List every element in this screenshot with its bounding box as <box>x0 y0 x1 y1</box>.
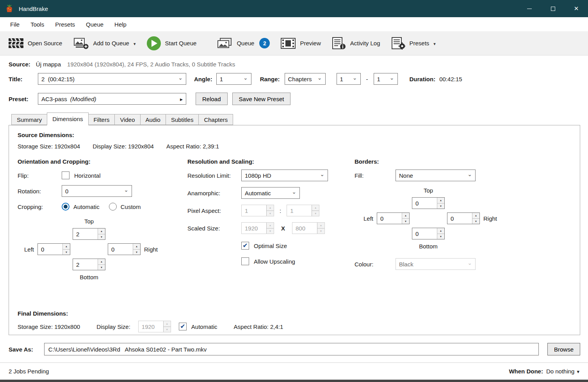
menu-file[interactable]: File <box>5 17 25 31</box>
menu-queue[interactable]: Queue <box>80 17 109 31</box>
menu-presets[interactable]: Presets <box>50 17 80 31</box>
angle-select[interactable]: 1 <box>216 73 251 85</box>
menu-help[interactable]: Help <box>109 17 132 31</box>
increment-icon[interactable] <box>437 198 444 203</box>
allow-upscaling-row: Allow Upscaling <box>241 255 355 267</box>
scaled-size-row: Scaled Size: 1920 X 800 <box>187 222 355 234</box>
range-start-select[interactable]: 1 <box>337 73 361 85</box>
increment-icon[interactable] <box>402 213 409 218</box>
activity-log-button[interactable]: Activity Log <box>326 33 386 54</box>
cropping-automatic-label: Automatic <box>73 203 100 210</box>
resolution-limit-select[interactable]: 1080p HD <box>241 170 328 181</box>
border-bottom-stepper[interactable]: 0 <box>412 228 445 239</box>
flip-horizontal-checkbox[interactable] <box>62 171 69 179</box>
start-queue-label: Start Queue <box>165 40 197 46</box>
tab-audio[interactable]: Audio <box>140 114 166 125</box>
chevron-down-icon <box>433 40 436 46</box>
decrement-icon[interactable] <box>164 327 171 332</box>
rotation-select[interactable]: 0 <box>62 185 132 197</box>
scaled-height-stepper[interactable]: 800 <box>292 222 325 234</box>
crop-left-stepper[interactable]: 0 <box>37 243 70 255</box>
decrement-icon[interactable] <box>133 249 140 255</box>
display-size-stepper[interactable]: 1920 <box>138 321 171 332</box>
reload-button[interactable]: Reload <box>196 93 228 105</box>
chevron-down-icon <box>124 191 128 191</box>
tab-dimensions[interactable]: Dimensions <box>47 112 88 125</box>
automatic-final-label: Automatic <box>191 323 217 330</box>
tab-subtitles[interactable]: Subtitles <box>166 114 199 125</box>
border-right-stepper[interactable]: 0 <box>447 212 480 224</box>
range-type-select[interactable]: Chapters <box>285 73 326 85</box>
source-dimensions-heading: Source Dimensions: <box>18 132 572 138</box>
decrement-icon[interactable] <box>317 228 324 234</box>
increment-icon[interactable] <box>317 223 324 228</box>
increment-icon[interactable] <box>437 228 444 234</box>
decrement-icon[interactable] <box>472 218 479 224</box>
menu-tools[interactable]: Tools <box>25 17 50 31</box>
scaled-size-label: Scaled Size: <box>187 225 241 232</box>
border-top-stepper[interactable]: 0 <box>412 197 445 209</box>
decrement-icon[interactable] <box>437 203 444 209</box>
preview-button[interactable]: Preview <box>275 33 326 54</box>
decrement-icon[interactable] <box>63 249 70 255</box>
optimal-size-checkbox[interactable] <box>241 242 249 250</box>
presets-button[interactable]: Presets <box>386 33 441 54</box>
decrement-icon[interactable] <box>267 211 274 216</box>
minimize-button[interactable] <box>518 0 541 17</box>
increment-icon[interactable] <box>164 321 171 327</box>
crop-right-stepper[interactable]: 0 <box>108 243 141 255</box>
chevron-down-icon <box>243 79 248 79</box>
open-source-button[interactable]: Open Source <box>3 33 68 54</box>
increment-icon[interactable] <box>133 244 140 249</box>
increment-icon[interactable] <box>267 205 274 211</box>
anamorphic-select[interactable]: Automatic <box>241 187 300 199</box>
pixel-aspect-y-stepper[interactable]: 1 <box>287 205 319 216</box>
start-queue-button[interactable]: Start Queue <box>141 33 202 54</box>
automatic-final-checkbox[interactable] <box>179 323 187 330</box>
decrement-icon[interactable] <box>98 234 105 240</box>
increment-icon[interactable] <box>472 213 479 218</box>
increment-icon[interactable] <box>98 228 105 234</box>
allow-upscaling-checkbox[interactable] <box>241 257 249 265</box>
window-bottom-edge <box>0 380 588 382</box>
add-to-queue-button[interactable]: Add to Queue <box>68 33 141 54</box>
border-left-stepper[interactable]: 0 <box>377 212 410 224</box>
titlebar: HandBrake <box>0 0 588 17</box>
save-as-label: Save As: <box>9 346 33 353</box>
tab-summary[interactable]: Summary <box>11 114 47 125</box>
crop-bottom-stepper[interactable]: 2 <box>73 259 105 270</box>
maximize-button[interactable] <box>541 0 565 17</box>
decrement-icon[interactable] <box>267 228 274 234</box>
when-done-select[interactable]: Do nothing <box>546 368 579 375</box>
crop-top-label: Top <box>84 218 94 225</box>
cropping-custom-radio[interactable] <box>109 203 117 211</box>
preset-select[interactable]: AC3-pass (Modified) <box>38 93 186 105</box>
queue-button[interactable]: Queue 2 <box>211 33 275 54</box>
decrement-icon[interactable] <box>312 211 319 216</box>
title-select[interactable]: 2 (00:42:15) <box>38 73 186 85</box>
increment-icon[interactable] <box>98 259 105 264</box>
pixel-aspect-x-stepper[interactable]: 1 <box>241 205 274 216</box>
tab-chapters[interactable]: Chapters <box>198 114 233 125</box>
fill-select[interactable]: None <box>396 170 476 181</box>
scaled-size-separator: X <box>281 225 285 232</box>
tab-filters[interactable]: Filters <box>88 114 115 125</box>
decrement-icon[interactable] <box>402 218 409 224</box>
crop-top-stepper[interactable]: 2 <box>73 228 105 240</box>
save-as-input[interactable] <box>44 343 539 355</box>
range-end-select[interactable]: 1 <box>374 73 398 85</box>
browse-button[interactable]: Browse <box>547 343 580 355</box>
decrement-icon[interactable] <box>98 264 105 270</box>
close-icon <box>574 5 579 12</box>
colour-select[interactable]: Black <box>396 258 476 270</box>
decrement-icon[interactable] <box>437 234 444 239</box>
cropping-automatic-radio[interactable] <box>62 203 69 211</box>
source-row: Source: Új mappa 1920x804 (1920x804), 24… <box>9 61 580 68</box>
increment-icon[interactable] <box>63 244 70 249</box>
tab-video[interactable]: Video <box>114 114 140 125</box>
increment-icon[interactable] <box>312 205 319 211</box>
increment-icon[interactable] <box>267 223 274 228</box>
scaled-width-stepper[interactable]: 1920 <box>241 222 274 234</box>
close-button[interactable] <box>565 0 588 17</box>
save-new-preset-button[interactable]: Save New Preset <box>232 93 291 105</box>
